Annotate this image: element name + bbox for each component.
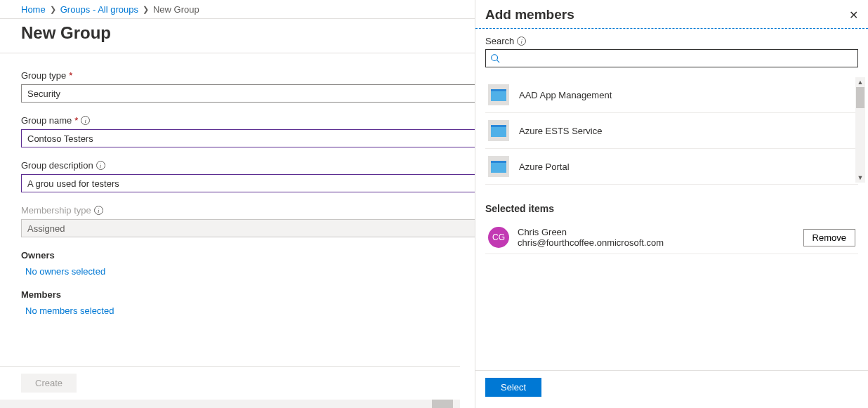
svg-line-1 bbox=[497, 60, 500, 63]
info-icon[interactable]: i bbox=[81, 116, 90, 125]
membership-type-value: Assigned bbox=[27, 223, 65, 234]
breadcrumb-groups[interactable]: Groups - All groups bbox=[60, 4, 138, 15]
group-description-value: A grou used for testers bbox=[27, 178, 119, 189]
info-icon[interactable]: i bbox=[94, 206, 103, 215]
result-item[interactable]: Azure ESTS Service bbox=[485, 113, 858, 149]
app-icon bbox=[488, 120, 509, 141]
info-icon[interactable]: i bbox=[96, 161, 105, 170]
result-item[interactable]: AAD App Management bbox=[485, 77, 858, 113]
selected-email: chris@fourthcoffee.onmicrosoft.com bbox=[518, 237, 795, 248]
group-type-value: Security bbox=[27, 88, 60, 99]
group-name-label: Group name bbox=[21, 115, 72, 126]
group-name-value: Contoso Testers bbox=[27, 133, 93, 144]
avatar: CG bbox=[488, 227, 509, 248]
select-button[interactable]: Select bbox=[485, 378, 541, 397]
chevron-right-icon: ❯ bbox=[50, 5, 56, 14]
group-type-label: Group type bbox=[21, 70, 66, 81]
scroll-down-icon[interactable]: ▼ bbox=[855, 173, 865, 183]
chevron-right-icon: ❯ bbox=[143, 5, 149, 14]
app-icon bbox=[488, 84, 509, 105]
results-list: AAD App Management Azure ESTS Service Az… bbox=[485, 77, 858, 185]
selected-name: Chris Green bbox=[518, 227, 795, 237]
divider bbox=[475, 28, 868, 29]
scrollbar-thumb[interactable] bbox=[856, 87, 864, 108]
search-text-field[interactable] bbox=[504, 53, 853, 64]
create-button[interactable]: Create bbox=[21, 374, 77, 393]
info-icon[interactable]: i bbox=[517, 37, 526, 46]
selected-items-heading: Selected items bbox=[485, 203, 858, 214]
add-members-panel: Add members ✕ Search i AAD App Managemen… bbox=[475, 0, 868, 408]
app-icon bbox=[488, 156, 509, 177]
form-footer: Create bbox=[0, 366, 460, 400]
group-description-label: Group description bbox=[21, 160, 93, 171]
membership-type-label: Membership type bbox=[21, 205, 91, 216]
scrollbar-thumb[interactable] bbox=[432, 400, 453, 408]
required-indicator: * bbox=[69, 70, 72, 81]
svg-point-0 bbox=[492, 55, 498, 61]
panel-title: Add members bbox=[485, 7, 574, 22]
panel-footer: Select bbox=[475, 370, 868, 408]
search-label: Search bbox=[485, 36, 514, 46]
scroll-up-icon[interactable]: ▲ bbox=[855, 77, 865, 87]
breadcrumb-current: New Group bbox=[153, 4, 199, 15]
breadcrumb-home[interactable]: Home bbox=[21, 4, 46, 15]
result-name: Azure ESTS Service bbox=[519, 126, 603, 136]
result-item[interactable]: Azure Portal bbox=[485, 149, 858, 185]
results-scrollbar[interactable]: ▲ ▼ bbox=[855, 77, 865, 183]
result-name: Azure Portal bbox=[519, 162, 570, 172]
close-icon[interactable]: ✕ bbox=[849, 8, 858, 22]
search-input[interactable] bbox=[485, 49, 858, 67]
required-indicator: * bbox=[74, 115, 78, 126]
search-icon bbox=[490, 53, 500, 63]
horizontal-scrollbar[interactable] bbox=[0, 400, 460, 408]
selected-item: CG Chris Green chris@fourthcoffee.onmicr… bbox=[485, 221, 858, 254]
remove-button[interactable]: Remove bbox=[803, 229, 855, 246]
result-name: AAD App Management bbox=[519, 90, 612, 100]
